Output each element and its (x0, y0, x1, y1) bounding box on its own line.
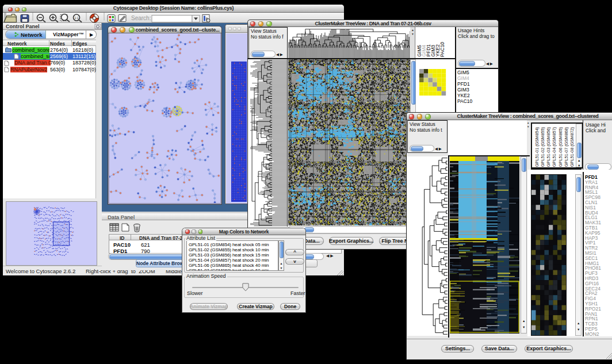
svg-text:Search:: Search: (131, 15, 151, 21)
svg-text:1:1: 1:1 (75, 16, 79, 20)
